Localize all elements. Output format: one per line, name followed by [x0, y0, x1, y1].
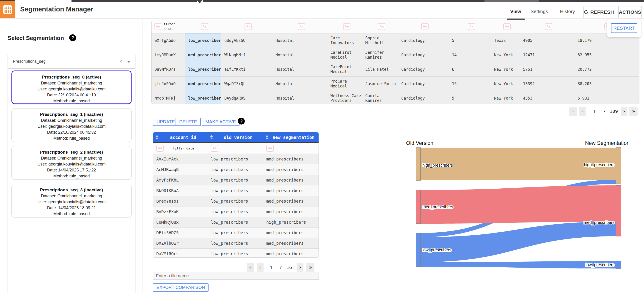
restart-button[interactable]: RESTART [611, 23, 637, 33]
update-button[interactable]: UPDATE [153, 118, 178, 126]
make-active-button[interactable]: MAKE ACTIVE [202, 118, 240, 126]
table-cell: eXrfgAGdo [152, 33, 185, 48]
text-filter-icon[interactable]: Aa [503, 23, 510, 30]
column-header-account-id[interactable]: account_id [153, 132, 208, 142]
table-row: DXZVlhOwrlow_prescribersmed_prescribers [153, 238, 318, 249]
sankey-node-right-med_prescribers[interactable] [616, 185, 621, 236]
text-filter-icon[interactable]: Aa [244, 23, 252, 30]
export-comparison-button[interactable]: EXPORT COMPARISON [153, 284, 208, 292]
text-filter-icon[interactable]: Aa [154, 23, 161, 30]
cmp-prev-page-button[interactable]: ‹ [257, 263, 264, 272]
filter-cell[interactable]: Aa [398, 20, 449, 33]
filter-cell[interactable]: Aa [520, 20, 574, 33]
filter-cell[interactable]: Aa [449, 20, 491, 33]
card-method: Method: rule_based [12, 135, 131, 141]
text-filter-icon[interactable]: Aa [468, 23, 475, 30]
accounts-table-filter-row: Aafilter data.AaAaAaAaAaAaAaAaAaAa [152, 20, 639, 33]
filter-placeholder: filter data. [164, 22, 185, 31]
card-method: Method: rule_based [12, 98, 131, 104]
table-cell: Hospital [272, 33, 328, 48]
card-title: Prescriptions_seg_3 (inactive) [12, 187, 131, 193]
column-header-old-version[interactable]: old_version [208, 132, 263, 142]
sort-icon[interactable] [210, 135, 213, 139]
sankey-node-right-low_prescribers[interactable] [616, 261, 621, 269]
table-cell: DaVMfRQrs [152, 62, 185, 76]
table-cell: Care Innovators [328, 33, 364, 48]
table-cell: med_prescribers [263, 154, 318, 164]
chart-bars-icon [3, 4, 12, 15]
table-cell: low_prescribers [208, 207, 263, 217]
segmentation-sankey-chart: high_prescribersmed_prescriberslow_presc… [406, 136, 642, 274]
segmentation-card-1[interactable]: Prescriptions_seg_1 (inactive) Dataset: … [12, 108, 132, 142]
filter-cell[interactable]: Aa [185, 20, 222, 33]
text-filter-icon[interactable]: Aa [343, 23, 350, 30]
segmentation-select[interactable]: Prescriptions_seg × [8, 54, 136, 69]
cmp-last-page-button[interactable]: » [306, 263, 314, 272]
file-name-input[interactable] [153, 272, 319, 280]
filter-cell[interactable]: Aa [328, 20, 364, 33]
filter-cell[interactable]: Aa [222, 20, 272, 33]
table-cell: Sophie Mitchell [364, 33, 398, 48]
sort-icon[interactable] [266, 135, 268, 139]
text-filter-icon[interactable]: Aa [211, 145, 218, 152]
tab-settings[interactable]: Settings [529, 4, 550, 18]
sankey-node-right-high_prescribers[interactable] [616, 148, 621, 184]
filter-cell[interactable]: Aa [263, 143, 318, 154]
tab-history[interactable]: History [558, 4, 576, 18]
page-title: Segmentation Manager [20, 0, 93, 18]
table-cell: 4905 [520, 33, 574, 48]
filter-cell[interactable]: Aa [272, 20, 328, 33]
filter-cell[interactable]: Aafilter data. [152, 20, 185, 33]
segmentation-card-2[interactable]: Prescriptions_seg_2 (inactive) Dataset: … [12, 146, 132, 180]
sankey-node-left-med_prescribers[interactable] [416, 190, 420, 224]
page-number-input[interactable] [588, 107, 601, 116]
text-filter-icon[interactable]: Aa [201, 23, 208, 30]
segmentation-card-3[interactable]: Prescriptions_seg_3 (inactive) Dataset: … [12, 184, 132, 218]
table-cell: BkQDIKRuA [153, 185, 208, 196]
last-page-button[interactable]: » [629, 107, 638, 116]
text-filter-icon[interactable]: Aa [421, 23, 428, 30]
filter-cell[interactable]: Aa [491, 20, 520, 33]
first-page-button[interactable]: « [569, 107, 577, 116]
cmp-page-number-input[interactable] [265, 263, 277, 273]
table-cell: 82.955 [574, 48, 639, 62]
table-cell: Hospital [272, 62, 328, 76]
actions-button[interactable]: ACTIONS [618, 6, 642, 18]
text-filter-icon[interactable]: Aa [378, 23, 385, 30]
filter-cell[interactable]: Aa filter data... [153, 143, 208, 154]
table-cell: 6.931 [574, 91, 639, 104]
clear-selection-icon[interactable]: × [119, 54, 122, 68]
table-row: BrexYnIoslow_prescribersmed_prescribers [153, 196, 318, 207]
filter-cell[interactable]: Aa [364, 20, 398, 33]
table-row: AVxIuYAcklow_prescribersmed_prescribers [153, 154, 318, 164]
table-cell: Lila Patel [364, 62, 398, 76]
text-filter-icon[interactable]: Aa [298, 23, 305, 30]
accounts-table-body: eXrfgAGdolow_prescribersoUqyAEsSUHospita… [152, 33, 639, 104]
table-cell: New York [491, 62, 520, 76]
cmp-next-page-button[interactable]: › [296, 263, 304, 272]
sankey-link-low_prescribers-to-med_prescribers[interactable] [420, 222, 616, 262]
table-cell: CareFirst Medical [328, 48, 364, 62]
card-user: User: georgia.kouyialis@dataiku.com [12, 86, 131, 92]
sankey-node-left-high_prescribers[interactable] [416, 148, 420, 180]
column-header-new-segmentation[interactable]: new_segmentation [263, 132, 318, 142]
refresh-button[interactable]: REFRESH [584, 6, 614, 18]
sort-icon[interactable] [156, 135, 158, 139]
delete-button[interactable]: DELETE [176, 118, 201, 126]
text-filter-icon[interactable]: Aa [156, 145, 164, 152]
chevron-down-icon[interactable] [127, 61, 131, 63]
filter-cell[interactable]: Aa [208, 143, 263, 154]
sankey-node-left-low_prescribers[interactable] [416, 233, 420, 267]
table-cell: 5751 [520, 62, 574, 76]
cmp-first-page-button[interactable]: « [246, 263, 254, 272]
prev-page-button[interactable]: ‹ [579, 107, 586, 116]
help-icon[interactable]: ? [69, 34, 76, 41]
help-icon[interactable]: ? [238, 118, 245, 125]
segmentation-card-0[interactable]: Prescriptions_seg_0 (active) Dataset: Om… [12, 70, 132, 104]
text-filter-icon[interactable]: Aa [545, 23, 552, 30]
next-page-button[interactable]: › [620, 107, 628, 116]
card-dataset: Dataset: Omnichannel_marketing [12, 155, 131, 161]
comparison-table-body: AVxIuYAcklow_prescribersmed_prescribersA… [153, 154, 318, 258]
tab-view[interactable]: View [506, 4, 525, 18]
text-filter-icon[interactable]: Aa [266, 145, 274, 152]
